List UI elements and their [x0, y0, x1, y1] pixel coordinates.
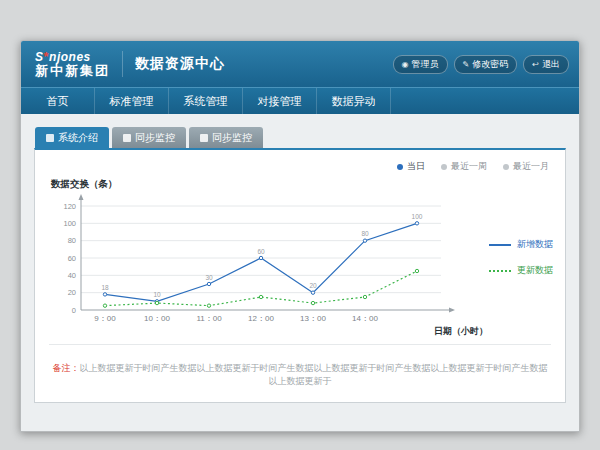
nav-item-home[interactable]: 首页 [21, 88, 95, 114]
tab-label: 同步监控 [135, 131, 175, 145]
svg-text:100: 100 [63, 219, 76, 228]
svg-text:60: 60 [257, 248, 265, 255]
brand-logo[interactable]: S*njones 新中新集团 [35, 50, 110, 79]
user-icon: ◉ [402, 60, 409, 69]
svg-text:80: 80 [361, 230, 369, 237]
tab-label: 系统介绍 [58, 131, 98, 145]
svg-text:18: 18 [101, 284, 109, 291]
svg-text:30: 30 [205, 274, 213, 281]
solid-line-icon [489, 244, 511, 246]
svg-text:11：00: 11：00 [196, 314, 222, 323]
tab-icon [46, 134, 54, 142]
logout-label: 退出 [542, 58, 560, 71]
tab-sync-monitor-1[interactable]: 同步监控 [112, 127, 186, 148]
tab-icon [200, 134, 208, 142]
header-divider [122, 51, 123, 77]
nav-item-data-change[interactable]: 数据异动 [317, 88, 391, 114]
radio-dot-icon [397, 164, 403, 170]
legend-update-data[interactable]: 更新数据 [489, 264, 553, 277]
svg-text:10: 10 [153, 291, 161, 298]
filter-label: 最近一月 [513, 160, 549, 173]
filter-today[interactable]: 当日 [397, 160, 425, 173]
footnote-text: 以上数据更新于时间产生数据以上数据更新于时间产生数据以上数据更新于时间产生数据以… [80, 363, 548, 386]
chart-panel: 当日 最近一周 最近一月 数据交换（条） 0204060801001209：00… [34, 148, 566, 403]
svg-text:14：00: 14：00 [352, 314, 378, 323]
footnote: 备注：以上数据更新于时间产生数据以上数据更新于时间产生数据以上数据更新于时间产生… [49, 344, 551, 387]
tab-system-intro[interactable]: 系统介绍 [35, 127, 109, 148]
svg-text:10：00: 10：00 [144, 314, 170, 323]
svg-text:13：00: 13：00 [300, 314, 326, 323]
main-nav: 首页 标准管理 系统管理 对接管理 数据异动 [21, 87, 579, 114]
svg-text:60: 60 [68, 254, 76, 263]
brand-logo-text: S*njones [35, 50, 110, 64]
nav-item-system-mgmt[interactable]: 系统管理 [169, 88, 243, 114]
change-password-label: 修改密码 [472, 58, 508, 71]
line-chart: 0204060801001209：0010：0011：0012：0013：001… [45, 190, 495, 340]
radio-dot-icon [503, 164, 509, 170]
svg-text:40: 40 [68, 271, 76, 280]
series-legend: 新增数据 更新数据 [489, 238, 553, 277]
logout-button[interactable]: ↩ 退出 [523, 55, 569, 74]
nav-item-standard-mgmt[interactable]: 标准管理 [95, 88, 169, 114]
page-title: 数据资源中心 [135, 55, 225, 73]
content-area: 系统介绍 同步监控 同步监控 当日 最近一周 [21, 115, 579, 431]
admin-user-label: 管理员 [412, 58, 439, 71]
svg-text:20: 20 [68, 288, 76, 297]
tab-sync-monitor-2[interactable]: 同步监控 [189, 127, 263, 148]
app-window: S*njones 新中新集团 数据资源中心 ◉ 管理员 ✎ 修改密码 ↩ 退出 … [20, 40, 580, 432]
dotted-line-icon [489, 270, 511, 272]
svg-text:12：00: 12：00 [248, 314, 274, 323]
legend-label: 新增数据 [517, 238, 553, 251]
svg-text:20: 20 [309, 282, 317, 289]
footnote-label: 备注： [53, 363, 80, 373]
logout-icon: ↩ [532, 60, 539, 69]
filter-last-week[interactable]: 最近一周 [441, 160, 487, 173]
legend-new-data[interactable]: 新增数据 [489, 238, 553, 251]
svg-text:0: 0 [72, 306, 76, 315]
radio-dot-icon [441, 164, 447, 170]
tab-icon [123, 134, 131, 142]
tab-label: 同步监控 [212, 131, 252, 145]
svg-text:120: 120 [63, 202, 76, 211]
header-bar: S*njones 新中新集团 数据资源中心 ◉ 管理员 ✎ 修改密码 ↩ 退出 [21, 41, 579, 87]
filter-last-month[interactable]: 最近一月 [503, 160, 549, 173]
change-password-button[interactable]: ✎ 修改密码 [454, 55, 518, 74]
tab-strip: 系统介绍 同步监控 同步监控 [35, 127, 566, 148]
nav-item-connect-mgmt[interactable]: 对接管理 [243, 88, 317, 114]
filter-label: 当日 [407, 160, 425, 173]
user-bar: ◉ 管理员 ✎ 修改密码 ↩ 退出 [393, 55, 569, 74]
svg-text:100: 100 [412, 213, 423, 220]
svg-text:9：00: 9：00 [94, 314, 116, 323]
brand-logo-subtext: 新中新集团 [35, 64, 110, 78]
filter-label: 最近一周 [451, 160, 487, 173]
admin-user-button[interactable]: ◉ 管理员 [393, 55, 448, 74]
legend-label: 更新数据 [517, 264, 553, 277]
edit-icon: ✎ [463, 60, 470, 69]
svg-text:日期（小时）: 日期（小时） [434, 326, 488, 336]
svg-text:80: 80 [68, 236, 76, 245]
time-range-filters: 当日 最近一周 最近一月 [397, 160, 549, 173]
